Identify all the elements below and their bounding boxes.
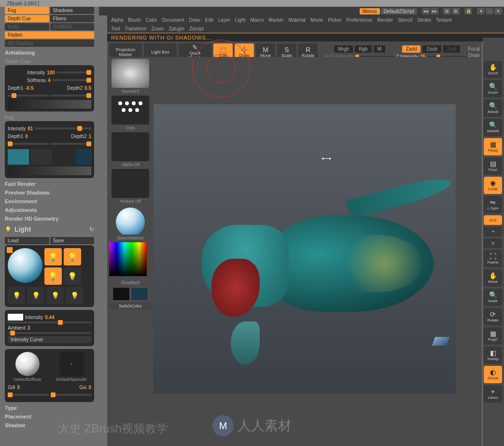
preview-shadows-header[interactable]: Preview Shadows bbox=[5, 190, 94, 195]
fibers-toggle[interactable]: Fibers bbox=[50, 15, 95, 22]
submenu-transform[interactable]: Transform bbox=[125, 26, 146, 31]
fog-curve[interactable] bbox=[8, 167, 91, 175]
light-2-button[interactable]: 💡 bbox=[64, 248, 81, 265]
right-scale-button[interactable]: 🔍Scale bbox=[484, 289, 502, 306]
fog-color2[interactable] bbox=[31, 149, 52, 165]
lock-icon[interactable]: 🔒 bbox=[464, 8, 472, 14]
gdi-slider[interactable] bbox=[8, 394, 49, 396]
zcut-button[interactable]: Zcut bbox=[443, 45, 460, 53]
light-7-button[interactable]: 💡 bbox=[46, 287, 64, 304]
persp-button[interactable]: ▦Persp bbox=[484, 138, 502, 155]
menu-layer[interactable]: Layer bbox=[218, 17, 230, 23]
shadows-toggle[interactable]: Shadows bbox=[50, 7, 95, 14]
color-spectrum[interactable] bbox=[109, 242, 147, 276]
dc-intensity-slider[interactable] bbox=[57, 71, 91, 73]
light-ambient-slider[interactable] bbox=[8, 332, 91, 334]
menus-button[interactable]: Menus bbox=[360, 8, 380, 14]
menu-material[interactable]: Material bbox=[288, 17, 306, 23]
menu-draw[interactable]: Draw bbox=[189, 17, 200, 23]
scroll-button[interactable]: ✋Scroll bbox=[484, 61, 502, 78]
ghost-button[interactable]: ◐Ghost bbox=[484, 366, 502, 383]
dc-curve[interactable] bbox=[8, 100, 91, 109]
menu-marker[interactable]: Marker bbox=[268, 17, 283, 23]
menu-document[interactable]: Document bbox=[162, 17, 184, 23]
alpha-thumb[interactable] bbox=[112, 132, 149, 161]
local-button[interactable]: ◉Local bbox=[484, 177, 502, 194]
y-button[interactable]: ↷ bbox=[484, 227, 502, 237]
type-header[interactable]: Type bbox=[5, 405, 94, 411]
menu-alpha[interactable]: Alpha bbox=[111, 17, 124, 23]
minimize-icon[interactable]: ▾ bbox=[477, 8, 485, 14]
z-button[interactable]: ↻ bbox=[484, 238, 502, 248]
depthcue-toggle[interactable]: Depth Cue bbox=[5, 15, 49, 22]
light-4-button[interactable]: 💡 bbox=[64, 267, 81, 285]
rgb-button[interactable]: Rgb bbox=[355, 45, 371, 53]
light-6-button[interactable]: 💡 bbox=[27, 287, 44, 304]
dc-depth1-slider[interactable] bbox=[8, 95, 49, 97]
adjustments-header[interactable]: Adjustments bbox=[5, 207, 94, 213]
right-rotate-button[interactable]: ⟳Rotate bbox=[484, 308, 502, 325]
aahalf-button[interactable]: 🔍AAHalf bbox=[484, 119, 502, 136]
menu-color[interactable]: Color bbox=[146, 17, 157, 23]
fast-render-header[interactable]: Fast Render bbox=[5, 181, 94, 187]
right-move-button[interactable]: ✋Move bbox=[484, 269, 502, 287]
menu-render[interactable]: Render bbox=[377, 17, 393, 23]
viewport[interactable]: ⟷ bbox=[154, 104, 456, 394]
light-header[interactable]: Light bbox=[14, 225, 31, 233]
lasso-button[interactable]: ⌖Lasso bbox=[484, 385, 502, 403]
m-button[interactable]: M bbox=[374, 45, 385, 53]
swatch-primary[interactable] bbox=[112, 287, 130, 301]
dc-depth2-slider[interactable] bbox=[51, 95, 92, 97]
submenu-zscript[interactable]: Zscript bbox=[189, 26, 204, 31]
specular-dot[interactable]: • bbox=[59, 352, 84, 376]
zsub-button[interactable]: Zsub bbox=[422, 45, 441, 53]
menu-preferences[interactable]: Preferences bbox=[346, 17, 372, 23]
texture-thumb[interactable] bbox=[112, 169, 149, 198]
next-icon[interactable]: ▸▸ bbox=[431, 8, 438, 14]
zadd-button[interactable]: Zadd bbox=[402, 45, 421, 53]
gradient-label[interactable]: Gradient bbox=[109, 280, 152, 285]
light-3-button[interactable]: 💡 bbox=[44, 267, 62, 285]
transp-button[interactable]: ◧Transp bbox=[484, 347, 502, 364]
dock-left-icon[interactable]: ⊞ bbox=[443, 8, 451, 14]
brush-thumb[interactable] bbox=[112, 59, 149, 88]
menu-stroke[interactable]: Stroke bbox=[417, 17, 431, 23]
maximize-icon[interactable]: ▫ bbox=[486, 8, 493, 14]
actual-button[interactable]: 🔍Actual bbox=[484, 99, 502, 117]
fog-color1[interactable] bbox=[8, 149, 29, 165]
diffuse-sphere[interactable] bbox=[15, 352, 40, 376]
antialiasing-header[interactable]: Antialiasing bbox=[5, 50, 94, 56]
dock-right-icon[interactable]: ⊞ bbox=[452, 8, 460, 14]
default-zscript-button[interactable]: DefaultZScript bbox=[381, 8, 417, 14]
menu-texture[interactable]: Texture bbox=[436, 17, 452, 23]
flatten-toggle[interactable]: Flatten bbox=[5, 31, 94, 39]
intensity-curve-button[interactable]: Intensity Curve bbox=[8, 336, 91, 343]
menu-light[interactable]: Light bbox=[235, 17, 246, 23]
material-thumb[interactable] bbox=[112, 206, 149, 235]
placement-header[interactable]: Placement bbox=[5, 414, 94, 419]
render-hd-header[interactable]: Render HD Geometry bbox=[5, 216, 94, 222]
submenu-zoom[interactable]: Zoom bbox=[152, 26, 164, 31]
environment-header[interactable]: Environment bbox=[5, 198, 94, 204]
light-direction-sphere[interactable] bbox=[8, 248, 42, 283]
frame-button[interactable]: ⛶Frame bbox=[484, 250, 502, 267]
stroke-thumb[interactable] bbox=[112, 96, 149, 125]
lsym-button[interactable]: ⇋L.Sym bbox=[484, 196, 502, 213]
fog-toggle[interactable]: Fog bbox=[5, 7, 49, 14]
fog-depth1-slider[interactable] bbox=[8, 143, 49, 145]
softz-toggle[interactable]: SoftZ bbox=[5, 23, 49, 30]
mrgb-button[interactable]: Mrgb bbox=[334, 45, 353, 53]
menu-macro[interactable]: Macro bbox=[250, 17, 264, 23]
load-button[interactable]: Load bbox=[5, 237, 49, 244]
softrgb-toggle[interactable]: SoftRGB bbox=[50, 23, 95, 30]
fog-intensity-slider[interactable] bbox=[35, 127, 91, 129]
menu-movie[interactable]: Movie bbox=[310, 17, 323, 23]
shadow-header[interactable]: Shadow bbox=[5, 422, 94, 428]
light-8-button[interactable]: 💡 bbox=[66, 287, 83, 304]
3dshading-toggle[interactable]: 3D Shading bbox=[5, 40, 94, 47]
xyz-button[interactable]: XYZ bbox=[484, 215, 502, 225]
light-intensity-slider[interactable] bbox=[8, 321, 91, 323]
menu-picker[interactable]: Picker bbox=[328, 17, 342, 23]
menu-brush[interactable]: Brush bbox=[128, 17, 141, 23]
light-1-button[interactable]: 💡 bbox=[44, 248, 62, 265]
